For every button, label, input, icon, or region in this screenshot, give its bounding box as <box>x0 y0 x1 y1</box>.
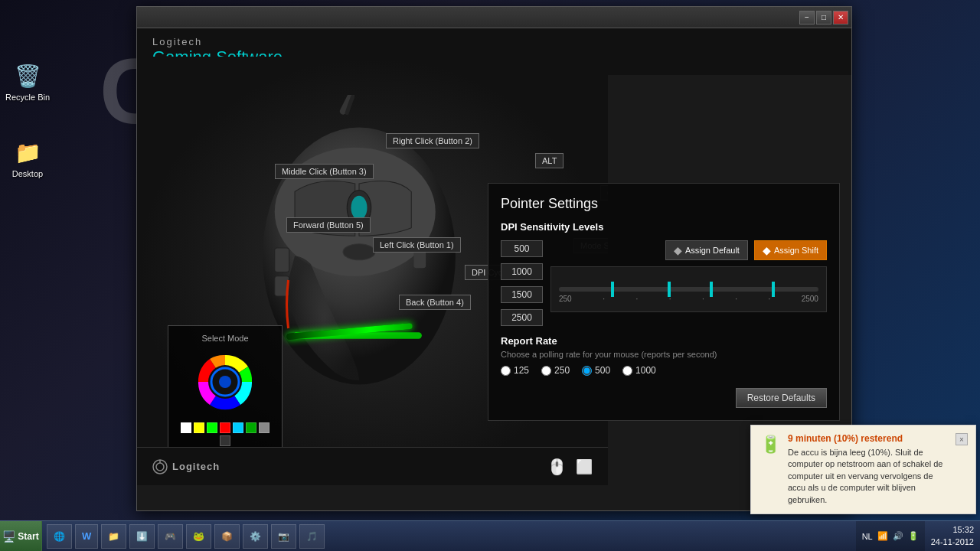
close-button[interactable]: ✕ <box>833 11 848 24</box>
dpi-input-3[interactable] <box>501 286 543 303</box>
report-rate-125[interactable]: 125 <box>501 365 529 376</box>
forward-label[interactable]: Forward (Button 5) <box>286 217 371 233</box>
dpi-buttons: ◆ Assign Default ◆ Assign Shift <box>550 240 827 260</box>
assign-shift-button[interactable]: ◆ Assign Shift <box>754 240 827 260</box>
swatch-yellow[interactable] <box>194 422 204 433</box>
minimize-button[interactable]: − <box>799 11 815 24</box>
desktop: 🗑️ Recycle Bin 📁 Desktop C − □ ✕ Logitec… <box>0 0 980 551</box>
app-bottom-bar: Logitech 🖱️ ⬜ <box>137 447 608 485</box>
taskbar-app-utorrent[interactable]: ⬇️ <box>129 524 155 549</box>
battery-content: 9 minuten (10%) resterend De accu is bij… <box>788 433 949 506</box>
swatch-green[interactable] <box>207 422 217 433</box>
report-rate-500[interactable]: 500 <box>582 365 610 376</box>
dpi-slider-track[interactable] <box>559 287 818 292</box>
color-swatches <box>176 422 274 446</box>
right-click-label[interactable]: Right Click (Button 2) <box>386 133 479 148</box>
battery-title: 9 minuten (10%) resterend <box>788 433 949 444</box>
mouse-nav-icon[interactable]: 🖱️ <box>547 458 567 476</box>
taskbar-app-word[interactable]: W <box>75 524 98 549</box>
report-rate-title: Report Rate <box>501 335 827 347</box>
desktop-folder-icon[interactable]: 📁 Desktop <box>1 134 54 181</box>
mouse-nav-icon-2[interactable]: ⬜ <box>576 458 593 475</box>
dpi-input-1[interactable] <box>501 240 543 257</box>
color-mode-panel: Select Mode <box>168 325 283 455</box>
swatch-dark-green[interactable] <box>246 422 256 433</box>
pointer-settings-panel: Pointer Settings DPI Sensitivity Levels <box>488 183 840 421</box>
window-titlebar: − □ ✕ <box>137 7 851 28</box>
pointer-settings-title: Pointer Settings <box>501 196 827 212</box>
swatch-cyan[interactable] <box>233 422 243 433</box>
svg-point-11 <box>219 376 231 388</box>
dpi-handle-1[interactable] <box>611 282 614 297</box>
dpi-level-1 <box>501 240 543 257</box>
swatch-red[interactable] <box>220 422 230 433</box>
report-rate-options: 125 250 500 1000 <box>501 365 827 376</box>
tray-sound-icon: 🔊 <box>893 531 903 541</box>
taskbar-app-music[interactable]: 🎵 <box>299 524 325 549</box>
assign-default-button[interactable]: ◆ Assign Default <box>665 240 748 260</box>
report-rate-1000[interactable]: 1000 <box>622 365 656 376</box>
color-wheel[interactable] <box>191 347 260 416</box>
swatch-white[interactable] <box>181 422 191 433</box>
dpi-input-4[interactable] <box>501 309 543 326</box>
taskbar-apps-area: 🌐 W 📁 ⬇️ 🎮 🐸 📦 ⚙️ 📷 🎵 <box>42 521 856 551</box>
dpi-input-2[interactable] <box>501 263 543 280</box>
battery-icon: 🔋 <box>759 433 782 506</box>
dpi-level-3 <box>501 283 543 303</box>
recycle-bin-label: Recycle Bin <box>5 93 50 102</box>
dpi-section-title: DPI Sensitivity Levels <box>501 221 827 233</box>
recycle-bin-icon[interactable]: 🗑️ Recycle Bin <box>1 57 54 105</box>
svg-point-3 <box>351 196 368 220</box>
back-label[interactable]: Back (Button 4) <box>399 295 471 310</box>
taskbar-clock[interactable]: 15:32 24-11-2012 <box>925 524 980 548</box>
taskbar-app-explorer[interactable]: 📁 <box>101 524 126 549</box>
dpi-handle-3[interactable] <box>710 282 713 297</box>
dpi-handle-4[interactable] <box>772 282 775 297</box>
dpi-level-4 <box>501 306 543 326</box>
logitech-window: − □ ✕ Logitech Gaming Software <box>136 6 852 511</box>
dpi-levels <box>501 240 543 326</box>
start-button[interactable]: 🖥️ Start <box>0 521 42 551</box>
color-mode-title: Select Mode <box>176 334 274 343</box>
battery-description: De accu is bijna leeg (10%). Sluit de co… <box>788 447 949 506</box>
tray-battery-icon: 🔋 <box>908 531 919 541</box>
taskbar-app-game1[interactable]: 🎮 <box>158 524 183 549</box>
brand-name: Logitech <box>152 36 836 47</box>
restore-defaults-button[interactable]: Restore Defaults <box>736 388 827 408</box>
dpi-level-2 <box>501 260 543 280</box>
svg-rect-4 <box>275 248 289 272</box>
left-click-label[interactable]: Left Click (Button 1) <box>373 237 461 253</box>
svg-point-13 <box>156 463 164 471</box>
maximize-button[interactable]: □ <box>816 11 831 24</box>
report-rate-250[interactable]: 250 <box>541 365 570 376</box>
taskbar: 🖥️ Start 🌐 W 📁 ⬇️ 🎮 🐸 📦 ⚙️ 📷 🎵 NL 📶 🔊 🔋 … <box>0 520 980 551</box>
desktop-folder-label: Desktop <box>12 169 43 178</box>
battery-close-button[interactable]: × <box>956 433 968 445</box>
dpi-handle-2[interactable] <box>668 282 671 297</box>
battery-notification: 🔋 9 minuten (10%) resterend De accu is b… <box>750 425 976 514</box>
dpi-right-area: ◆ Assign Default ◆ Assign Shift <box>550 240 827 326</box>
dpi-slider-container: 250 · · · · · · 2500 <box>550 266 827 312</box>
report-rate-description: Choose a polling rate for your mouse (re… <box>501 350 827 359</box>
taskbar-app-settings[interactable]: ⚙️ <box>243 524 268 549</box>
bottom-logo-text: Logitech <box>172 461 220 472</box>
logitech-logo-icon <box>152 459 168 474</box>
svg-point-6 <box>343 244 375 260</box>
tray-lang[interactable]: NL <box>862 532 873 541</box>
taskbar-app-cam[interactable]: 📷 <box>271 524 296 549</box>
taskbar-app-chrome[interactable]: 🌐 <box>47 524 72 549</box>
alt-label[interactable]: ALT <box>535 153 564 168</box>
taskbar-app-game3[interactable]: 📦 <box>214 524 240 549</box>
swatch-dark[interactable] <box>220 435 230 446</box>
window-controls: − □ ✕ <box>799 11 848 24</box>
dpi-container: ◆ Assign Default ◆ Assign Shift <box>501 240 827 326</box>
swatch-gray[interactable] <box>259 422 270 433</box>
middle-click-label[interactable]: Middle Click (Button 3) <box>275 164 374 179</box>
tray-network-icon: 📶 <box>877 531 888 541</box>
system-tray: NL 📶 🔊 🔋 <box>856 521 925 551</box>
taskbar-app-game2[interactable]: 🐸 <box>186 524 211 549</box>
dpi-slider-markers: 250 · · · · · · 2500 <box>559 295 818 303</box>
report-rate-section: Report Rate Choose a polling rate for yo… <box>501 335 827 376</box>
